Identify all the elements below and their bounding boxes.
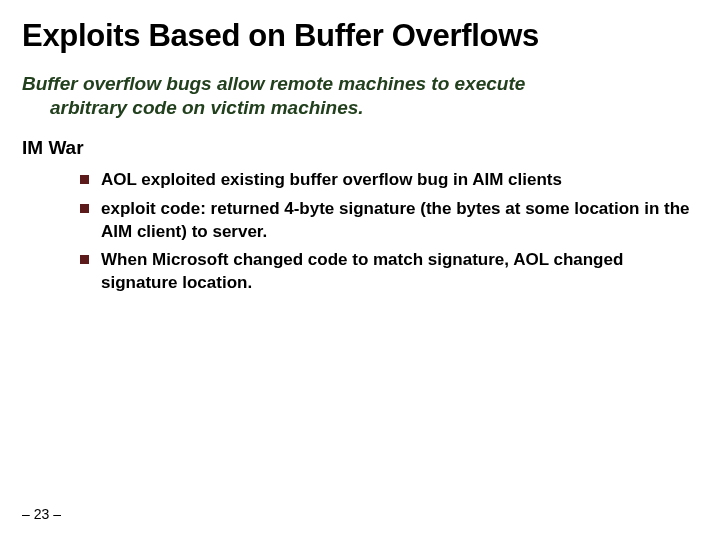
page-number: – 23 – xyxy=(22,506,61,522)
subtitle-line-1: Buffer overflow bugs allow remote machin… xyxy=(22,73,525,94)
slide-subtitle: Buffer overflow bugs allow remote machin… xyxy=(22,72,698,121)
section-heading: IM War xyxy=(22,137,698,159)
bullet-list: AOL exploited existing buffer overflow b… xyxy=(22,169,698,296)
list-item: AOL exploited existing buffer overflow b… xyxy=(80,169,698,192)
bullet-square-icon xyxy=(80,175,89,184)
slide: Exploits Based on Buffer Overflows Buffe… xyxy=(0,0,720,540)
bullet-square-icon xyxy=(80,204,89,213)
bullet-square-icon xyxy=(80,255,89,264)
slide-title: Exploits Based on Buffer Overflows xyxy=(22,18,698,54)
list-item: exploit code: returned 4-byte signature … xyxy=(80,198,698,244)
bullet-text: AOL exploited existing buffer overflow b… xyxy=(101,169,562,192)
bullet-text: When Microsoft changed code to match sig… xyxy=(101,249,698,295)
bullet-text: exploit code: returned 4-byte signature … xyxy=(101,198,698,244)
subtitle-line-2: arbitrary code on victim machines. xyxy=(22,96,698,120)
list-item: When Microsoft changed code to match sig… xyxy=(80,249,698,295)
